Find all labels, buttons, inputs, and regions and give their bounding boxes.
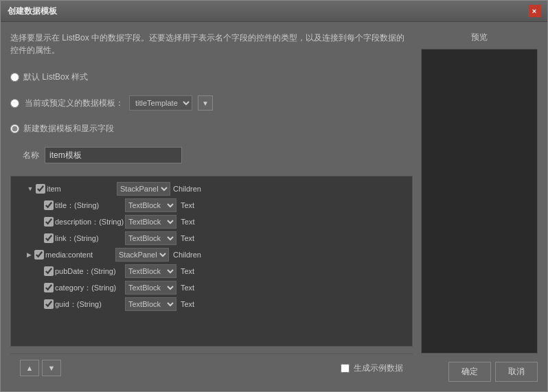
property-value: Text	[181, 201, 194, 209]
field-name: description：(String)	[55, 217, 124, 227]
option2-label[interactable]: 当前或预定义的数据模板：	[25, 97, 124, 109]
table-row: title：(String) TextBlock Text	[14, 197, 409, 214]
template-select[interactable]: titleTemplate	[129, 95, 192, 111]
generate-label: 生成示例数据	[354, 362, 403, 374]
option2-row: 当前或预定义的数据模板： titleTemplate ▼	[10, 95, 413, 111]
row-checkbox[interactable]	[44, 283, 54, 292]
preview-area	[421, 49, 538, 354]
field-name: pubDate：(String)	[55, 266, 124, 277]
field-name: title：(String)	[55, 200, 124, 211]
option3-radio[interactable]	[10, 124, 19, 133]
option1-label[interactable]: 默认 ListBox 样式	[23, 71, 88, 83]
option1-radio[interactable]	[10, 73, 19, 82]
control-select[interactable]: StackPanel	[117, 182, 170, 196]
table-row: category：(String) TextBlock Text	[14, 279, 409, 296]
property-value: Text	[181, 284, 194, 292]
field-name: link：(String)	[55, 233, 124, 244]
table-row: ▼ item StackPanel Children	[14, 181, 409, 197]
property-value: Text	[181, 267, 194, 275]
row-checkbox[interactable]	[44, 217, 54, 227]
nav-buttons: ▲ ▼	[20, 360, 61, 376]
control-select[interactable]: TextBlock	[125, 297, 176, 311]
name-input[interactable]	[45, 147, 182, 163]
row-checkbox[interactable]	[34, 250, 44, 260]
right-buttons: 确定 取消	[421, 359, 538, 382]
table-row: description：(String) TextBlock Text	[14, 214, 409, 230]
move-down-button[interactable]: ▼	[42, 360, 61, 376]
generate-checkbox[interactable]	[341, 364, 350, 373]
right-panel: 预览 确定 取消	[421, 32, 538, 382]
control-select[interactable]: StackPanel	[115, 248, 169, 262]
row-checkbox[interactable]	[36, 184, 45, 194]
control-select[interactable]: TextBlock	[125, 231, 176, 245]
property-value: Text	[181, 218, 194, 226]
close-button[interactable]: ×	[528, 5, 540, 17]
dialog-title: 创建数据模板	[8, 5, 57, 17]
option1-row: 默认 ListBox 样式	[10, 71, 413, 83]
option3-row: 新建数据模板和显示字段	[10, 123, 413, 135]
generate-row: 生成示例数据	[341, 362, 403, 374]
preview-label: 预览	[421, 32, 538, 43]
move-up-button[interactable]: ▲	[20, 360, 39, 376]
field-name: category：(String)	[55, 283, 124, 293]
control-select[interactable]: TextBlock	[125, 198, 176, 212]
property-value: Text	[181, 300, 194, 308]
control-select[interactable]: TextBlock	[125, 215, 176, 229]
description-text: 选择要显示在 ListBox 中的数据字段。还要选择用于表示名个字段的控件的类型…	[10, 32, 413, 56]
row-checkbox[interactable]	[44, 233, 54, 243]
cancel-button[interactable]: 取消	[495, 362, 538, 382]
table-row: guid：(String) TextBlock Text	[14, 296, 409, 312]
control-select[interactable]: TextBlock	[125, 264, 176, 278]
bottom-bar: ▲ ▼ 生成示例数据	[10, 354, 413, 382]
row-checkbox[interactable]	[44, 266, 54, 276]
field-name: item	[47, 185, 115, 193]
property-value: Text	[181, 234, 194, 242]
property-value: Children	[173, 251, 201, 259]
row-checkbox[interactable]	[44, 200, 54, 210]
template-toggle-btn[interactable]: ▼	[198, 95, 213, 111]
title-bar: 创建数据模板 ×	[1, 1, 547, 22]
table-row: ▶ media:content StackPanel Children	[14, 246, 409, 263]
option2-radio[interactable]	[10, 99, 19, 108]
tree-container: ▼ item StackPanel Children title：(String…	[10, 176, 413, 347]
ok-button[interactable]: 确定	[448, 362, 491, 382]
expand-icon[interactable]: ▶	[25, 251, 33, 259]
row-checkbox[interactable]	[44, 299, 54, 309]
control-select[interactable]: TextBlock	[125, 281, 176, 295]
table-row: link：(String) TextBlock Text	[14, 230, 409, 246]
left-panel: 选择要显示在 ListBox 中的数据字段。还要选择用于表示名个字段的控件的类型…	[10, 32, 413, 382]
table-row: pubDate：(String) TextBlock Text	[14, 263, 409, 279]
property-value: Children	[173, 185, 201, 193]
option3-label[interactable]: 新建数据模板和显示字段	[23, 123, 114, 135]
field-name: guid：(String)	[55, 299, 124, 310]
dialog-body: 选择要显示在 ListBox 中的数据字段。还要选择用于表示名个字段的控件的类型…	[1, 22, 547, 391]
name-row: 名称	[23, 147, 413, 163]
name-label: 名称	[23, 150, 39, 161]
dialog: 创建数据模板 × 选择要显示在 ListBox 中的数据字段。还要选择用于表示名…	[0, 0, 548, 392]
field-name: media:content	[45, 251, 114, 259]
expand-icon[interactable]: ▼	[26, 185, 34, 193]
